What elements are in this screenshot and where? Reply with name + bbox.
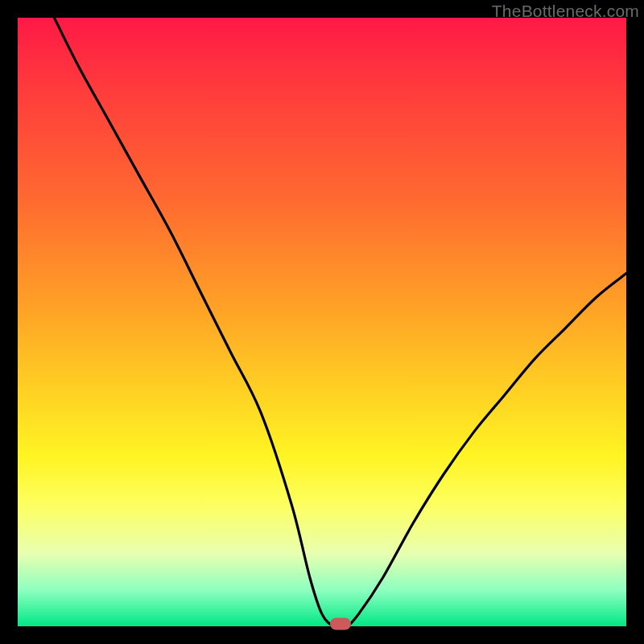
chart-plot-area [18,18,626,626]
bottleneck-curve [18,18,626,626]
chart-frame: TheBottleneck.com [0,0,644,644]
optimal-point-marker [330,618,351,630]
watermark-text: TheBottleneck.com [492,2,639,21]
